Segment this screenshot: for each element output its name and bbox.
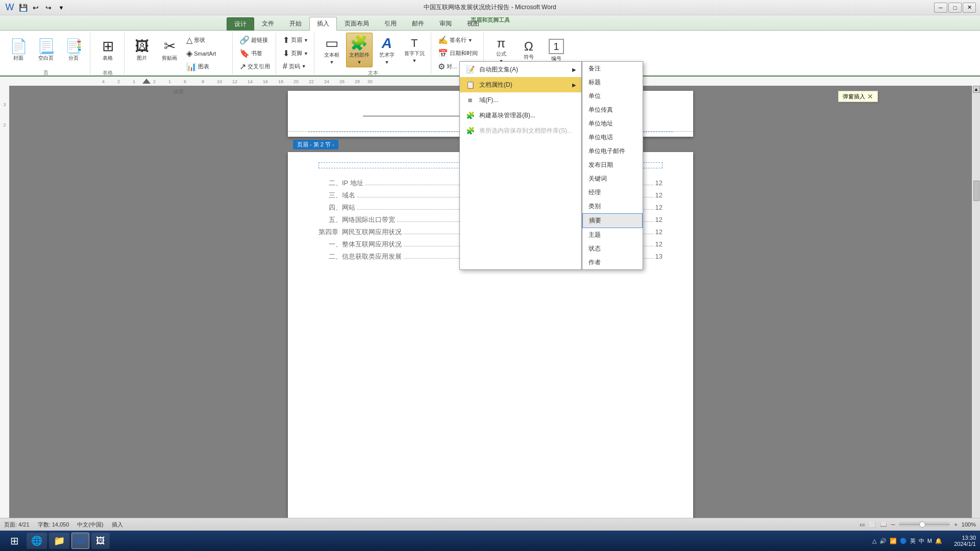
- btn-blank-page[interactable]: 📃 空白页: [33, 33, 59, 67]
- undo-icon[interactable]: ↩: [30, 2, 41, 13]
- sub-item-category[interactable]: 类别: [582, 199, 643, 213]
- btn-smartart[interactable]: ◈ SmartArt: [184, 47, 229, 60]
- page-num-icon: #: [283, 62, 287, 71]
- btn-hyperlink[interactable]: 🔗 超链接: [237, 34, 273, 46]
- btn-textbox[interactable]: ▭ 文本框 ▼: [318, 33, 345, 67]
- sub-item-abstract[interactable]: 摘要: [582, 213, 643, 228]
- view-read-icon[interactable]: 📖: [880, 521, 887, 528]
- chart-icon: 📊: [186, 62, 197, 71]
- svg-text:30: 30: [368, 79, 373, 84]
- section-label[interactable]: 页眉 - 第 2 节 -: [293, 140, 338, 149]
- sub-item-title[interactable]: 标题: [582, 76, 643, 89]
- sub-item-unit[interactable]: 单位: [582, 89, 643, 103]
- btn-picture[interactable]: 🖼 图片: [129, 33, 155, 67]
- group-table: ⊞ 表格 表格: [91, 33, 125, 74]
- btn-cross-ref[interactable]: ↗ 交叉引用: [237, 60, 273, 73]
- popup-hint: 弹窗插入 ✕: [838, 91, 878, 102]
- status-bar: 页面: 4/21 字数: 14,050 中文(中国) 插入 ▭ ⬜ 📖 ─ + …: [0, 518, 980, 531]
- btn-signature[interactable]: ✍ 签名行 ▼: [435, 34, 480, 46]
- docprops-arrow: ▶: [572, 82, 576, 88]
- minimize-button[interactable]: ─: [934, 3, 947, 13]
- close-button[interactable]: ✕: [963, 3, 976, 13]
- dropdown-item-field[interactable]: ≡ 域(F)...: [460, 92, 581, 108]
- sub-item-status[interactable]: 状态: [582, 242, 643, 256]
- autoglossary-arrow: ▶: [572, 67, 576, 72]
- taskbar-app-ie[interactable]: 🌐: [27, 533, 47, 549]
- popup-close-button[interactable]: ✕: [867, 92, 873, 101]
- btn-page-num[interactable]: # 页码 ▼: [280, 60, 311, 72]
- taskbar-app-word[interactable]: W: [71, 533, 89, 549]
- tab-insert[interactable]: 插入: [309, 17, 337, 31]
- svg-text:2: 2: [3, 122, 6, 128]
- sub-item-keywords[interactable]: 关键词: [582, 172, 643, 186]
- system-tray-volume[interactable]: 🔊: [879, 538, 887, 544]
- autoglossary-icon: 📝: [465, 64, 475, 74]
- sub-item-author[interactable]: 作者: [582, 256, 643, 269]
- toc-ch4-page: 12: [655, 228, 663, 236]
- sub-item-unit-phone[interactable]: 单位电话: [582, 131, 643, 144]
- btn-docparts[interactable]: 🧩 文档部件 ▼: [346, 33, 373, 67]
- field-icon: ≡: [465, 95, 475, 105]
- taskbar-app-files[interactable]: 📁: [49, 533, 69, 549]
- quick-access-more[interactable]: ▼: [56, 2, 67, 13]
- btn-shape[interactable]: △ 形状: [184, 34, 229, 46]
- files-icon: 📁: [54, 535, 65, 546]
- sub-item-subject[interactable]: 主题: [582, 228, 643, 242]
- btn-header[interactable]: ⬆ 页眉 ▼: [280, 34, 311, 46]
- ribbon-tabs: 页眉和页脚工具 设计 文件 开始 插入 页面布局 引用 邮件 审阅 视图: [0, 15, 980, 31]
- btn-table[interactable]: ⊞ 表格: [94, 33, 121, 67]
- word-taskbar-icon: W: [76, 536, 85, 546]
- zoom-level[interactable]: 100%: [962, 521, 976, 528]
- zoom-thumb[interactable]: [919, 521, 925, 528]
- btn-bookmark[interactable]: 🔖 书签: [237, 47, 273, 60]
- btn-datetime[interactable]: 📅 日期和时间: [435, 47, 480, 60]
- title-bar: W 💾 ↩ ↪ ▼ 中国互联网络发展状况统计报告 - Microsoft Wor…: [0, 0, 980, 15]
- maximize-button[interactable]: □: [948, 3, 962, 13]
- system-tray-network[interactable]: 📶: [890, 538, 897, 544]
- zoom-plus[interactable]: +: [954, 521, 957, 528]
- toc-website-text: 四、网站: [329, 203, 355, 212]
- system-tray-lang[interactable]: 英: [910, 537, 916, 545]
- sub-item-unit-email[interactable]: 单位电子邮件: [582, 144, 643, 158]
- scrollbar[interactable]: ▲ ▼: [972, 86, 980, 538]
- sub-item-manager[interactable]: 经理: [582, 186, 643, 199]
- scroll-thumb[interactable]: [973, 181, 979, 201]
- sub-item-note[interactable]: 备注: [582, 62, 643, 76]
- ie-icon: 🌐: [31, 535, 42, 546]
- dropdown-item-autoglossary[interactable]: 📝 自动图文集(A) ▶: [460, 62, 581, 77]
- group-page-label: 页: [43, 68, 48, 77]
- save-icon[interactable]: 💾: [17, 2, 29, 13]
- zoom-bar[interactable]: [899, 522, 950, 527]
- btn-wordart[interactable]: A 艺术字 ▼: [374, 33, 400, 67]
- start-button[interactable]: ⊞: [4, 532, 24, 550]
- dropdown-item-docprops[interactable]: 📋 文档属性(D) ▶: [460, 77, 581, 92]
- toc-bandwidth-text: 五、网络国际出口带宽: [329, 215, 395, 224]
- sub-item-unit-fax[interactable]: 单位传真: [582, 103, 643, 117]
- taskbar-app-photos[interactable]: 🖼: [91, 533, 110, 549]
- page-break-icon: 📑: [65, 39, 83, 54]
- footer-icon: ⬇: [283, 48, 289, 58]
- view-normal-icon[interactable]: ▭: [860, 521, 865, 528]
- sub-item-publish-date[interactable]: 发布日期: [582, 158, 643, 172]
- btn-dropcap[interactable]: T 首字下沉 ▼: [401, 33, 428, 67]
- sub-item-unit-addr[interactable]: 单位地址: [582, 117, 643, 131]
- svg-text:8: 8: [202, 79, 204, 84]
- btn-footer[interactable]: ⬇ 页脚 ▼: [280, 47, 311, 60]
- redo-icon[interactable]: ↪: [43, 2, 54, 13]
- scroll-up[interactable]: ▲: [973, 86, 980, 93]
- btn-chart[interactable]: 📊 图表: [184, 60, 229, 73]
- btn-page-break[interactable]: 📑 分页: [60, 33, 87, 67]
- system-tray-arrow[interactable]: △: [872, 538, 876, 544]
- system-tray-ime2[interactable]: M: [927, 538, 932, 544]
- status-language: 中文(中国): [77, 521, 103, 529]
- system-tray-notify[interactable]: 🔔: [935, 538, 942, 544]
- svg-text:24: 24: [324, 79, 329, 84]
- dropdown-item-buildingblocks[interactable]: 🧩 构建基块管理器(B)...: [460, 108, 581, 123]
- view-fullscreen-icon[interactable]: ⬜: [869, 521, 876, 528]
- btn-clipart[interactable]: ✂ 剪贴画: [156, 33, 183, 67]
- zoom-minus[interactable]: ─: [891, 521, 895, 528]
- system-tray-bluetooth[interactable]: 🔵: [900, 538, 907, 544]
- textbox-icon: ▭: [325, 36, 338, 51]
- system-tray-ime[interactable]: 中: [919, 537, 924, 545]
- btn-cover[interactable]: 📄 封面: [5, 33, 32, 67]
